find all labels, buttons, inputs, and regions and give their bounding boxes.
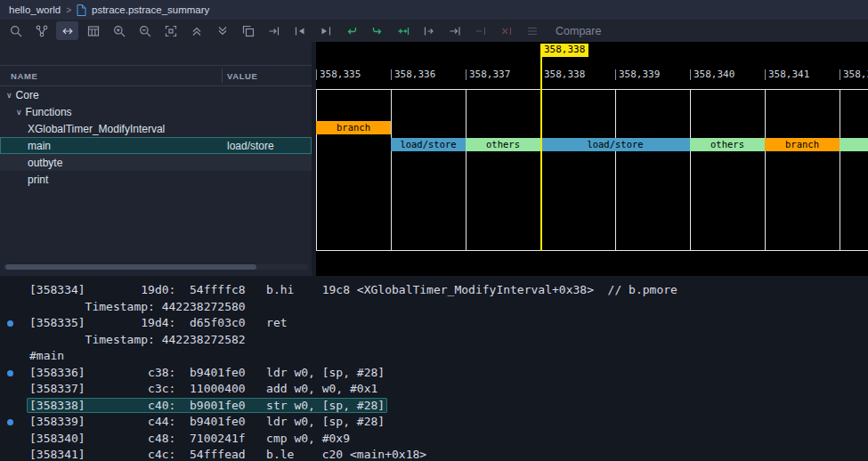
file-icon bbox=[77, 4, 86, 16]
timeline-cursor[interactable] bbox=[540, 57, 542, 251]
arrow-right-to-bar-icon[interactable] bbox=[263, 21, 285, 40]
tree-row-label: main bbox=[28, 140, 51, 152]
tree-row-main[interactable]: main load/store bbox=[0, 137, 312, 154]
disassembly-panel[interactable]: [358334] 19d0: 54ffffc8 b.hi 19c8 <XGlob… bbox=[0, 276, 868, 461]
tree-row-label: print bbox=[28, 174, 48, 186]
tree-row-label: outbyte bbox=[28, 157, 62, 169]
tree-row-label: Functions bbox=[26, 106, 72, 118]
grid-line bbox=[840, 89, 840, 251]
trace-viewer-app: hello_world > pstrace.pstrace_summary Co… bbox=[0, 0, 868, 461]
breakpoint-dot-icon[interactable] bbox=[7, 419, 13, 425]
list-icon[interactable] bbox=[521, 21, 543, 40]
tree-row-value: load/store bbox=[227, 140, 274, 152]
next-transition-icon[interactable] bbox=[366, 21, 388, 40]
breadcrumb-file[interactable]: pstrace.pstrace_summary bbox=[92, 4, 209, 15]
grid-line bbox=[690, 89, 691, 251]
collapse-all-icon[interactable] bbox=[185, 21, 207, 40]
trace-line[interactable]: [358339] c44: b9401fe0 ldr w0, [sp, #28] bbox=[0, 414, 868, 431]
grid-line bbox=[466, 89, 466, 251]
triangle-right-bar-icon[interactable] bbox=[314, 21, 337, 40]
add-marker-icon[interactable] bbox=[392, 21, 414, 40]
horizontal-arrows-icon[interactable] bbox=[56, 21, 78, 40]
segment-others[interactable]: others bbox=[690, 138, 765, 151]
column-divider[interactable] bbox=[222, 69, 223, 83]
copy-icon[interactable] bbox=[237, 21, 259, 40]
tree-row-label: XGlobalTimer_ModifyInterval bbox=[28, 123, 165, 135]
trace-line[interactable]: #main bbox=[0, 348, 868, 365]
tree-top-spacer bbox=[0, 42, 312, 65]
prev-transition-icon[interactable] bbox=[340, 21, 362, 40]
compare-button[interactable]: Compare bbox=[556, 25, 601, 37]
tree-row-xglobaltimer[interactable]: XGlobalTimer_ModifyInterval bbox=[0, 120, 312, 137]
waveform-grid bbox=[316, 89, 868, 251]
tree-row-label: Core bbox=[16, 89, 39, 101]
trace-line[interactable]: [358340] c48: 7100241f cmp w0, #0x9 bbox=[0, 431, 868, 448]
segment-loadstore[interactable]: load/store bbox=[540, 138, 690, 151]
breadcrumb: hello_world > pstrace.pstrace_summary bbox=[0, 0, 868, 20]
trace-line[interactable]: Timestamp: 442238272580 bbox=[0, 299, 868, 316]
trace-line[interactable]: [358336] c38: b9401fe0 ldr w0, [sp, #28] bbox=[0, 365, 868, 382]
tree-column-headers: NAME VALUE bbox=[0, 65, 312, 86]
cursor-label[interactable]: 358,338 bbox=[540, 44, 588, 57]
breadcrumb-separator: > bbox=[66, 5, 71, 15]
segment-others[interactable] bbox=[840, 138, 868, 151]
trace-line[interactable]: [358337] c3c: 11000400 add w0, w0, #0x1 bbox=[0, 381, 868, 398]
segment-branch[interactable]: branch bbox=[765, 138, 840, 151]
search-icon[interactable] bbox=[4, 21, 27, 40]
trace-line[interactable]: [358335] 19d4: d65f03c0 ret bbox=[0, 315, 868, 332]
horizontal-scrollbar[interactable] bbox=[4, 264, 308, 270]
breakpoint-dot-icon[interactable] bbox=[7, 320, 13, 327]
trace-line-selected[interactable]: [358338] c40: b9001fe0 str w0, [sp, #28] bbox=[0, 398, 868, 415]
column-header-name[interactable]: NAME bbox=[0, 71, 37, 81]
trace-line[interactable]: [358334] 19d0: 54ffffc8 b.hi 19c8 <XGlob… bbox=[0, 282, 868, 299]
trace-line[interactable]: [358341] c4c: 54fffead b.le c20 <main+0x… bbox=[0, 447, 868, 461]
segment-branch[interactable]: branch bbox=[316, 121, 391, 134]
tree-row-core[interactable]: ∨ Core bbox=[0, 86, 312, 103]
chevron-down-icon[interactable]: ∨ bbox=[6, 91, 12, 100]
bar-arrow-right-icon[interactable] bbox=[418, 21, 440, 40]
segment-others[interactable]: others bbox=[466, 138, 540, 151]
tree-row-print[interactable]: print bbox=[0, 171, 312, 188]
tree-row-functions[interactable]: ∨ Functions bbox=[0, 103, 312, 120]
scrollbar-thumb[interactable] bbox=[5, 264, 256, 270]
remove-marker-icon[interactable] bbox=[469, 21, 491, 40]
delete-marker-icon[interactable] bbox=[495, 21, 517, 40]
waveform-panel[interactable]: 358,335 358,336 358,337 358,338 358,339 … bbox=[316, 42, 868, 276]
zoom-out-icon[interactable] bbox=[134, 21, 156, 40]
zoom-fit-icon[interactable] bbox=[159, 21, 182, 40]
grid-line bbox=[391, 89, 392, 251]
signal-tree-panel: NAME VALUE ∨ Core ∨ Functions XGlobalTim… bbox=[0, 42, 312, 276]
column-header-value[interactable]: VALUE bbox=[227, 71, 258, 81]
tree-row-outbyte[interactable]: outbyte bbox=[0, 154, 312, 171]
grid-line bbox=[615, 89, 616, 251]
expand-all-icon[interactable] bbox=[211, 21, 233, 40]
goto-end-icon[interactable] bbox=[443, 21, 466, 40]
bar-triangle-left-icon[interactable] bbox=[288, 21, 311, 40]
table-icon[interactable] bbox=[82, 21, 104, 40]
breadcrumb-project[interactable]: hello_world bbox=[9, 4, 61, 15]
toolbar: Compare bbox=[0, 20, 868, 42]
hierarchy-icon[interactable] bbox=[30, 21, 53, 40]
trace-line[interactable]: Timestamp: 442238272582 bbox=[0, 332, 868, 349]
segment-loadstore[interactable]: load/store bbox=[391, 138, 466, 151]
breakpoint-dot-icon[interactable] bbox=[7, 370, 13, 376]
grid-line bbox=[765, 89, 766, 251]
zoom-in-icon[interactable] bbox=[108, 21, 130, 40]
chevron-down-icon[interactable]: ∨ bbox=[16, 108, 22, 117]
